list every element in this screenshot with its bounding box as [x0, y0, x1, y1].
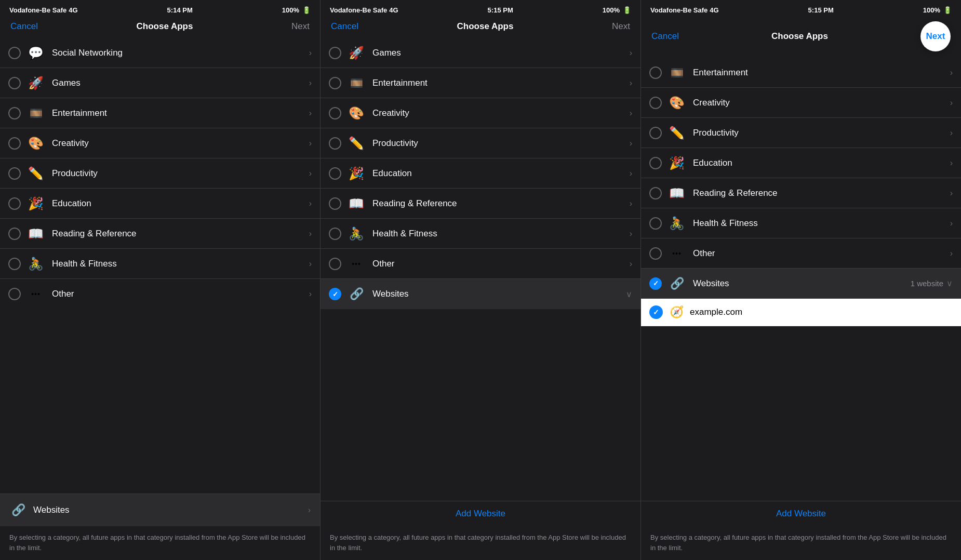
- list-item-other-3[interactable]: ••• Other ›: [641, 238, 961, 269]
- icon-entertainment-3: 🎞️: [668, 64, 686, 82]
- list-item-websites-3[interactable]: 🔗 Websites 1 website ∨: [641, 269, 961, 299]
- nav-title-2: Choose Apps: [457, 21, 514, 32]
- icon-other: •••: [27, 285, 45, 303]
- radio-reading: [8, 228, 21, 240]
- list-item-reading-3[interactable]: 📖 Reading & Reference ›: [641, 178, 961, 208]
- status-left-1: Vodafone-Be Safe 4G: [9, 6, 78, 14]
- footer-3: By selecting a category, all future apps…: [641, 526, 961, 560]
- list-item-productivity[interactable]: ✏️ Productivity ›: [0, 158, 320, 189]
- icon-education-2: 🎉: [348, 165, 365, 182]
- list-item-education-2[interactable]: 🎉 Education ›: [321, 158, 640, 189]
- radio-other: [8, 288, 21, 300]
- radio-health-2: [329, 228, 341, 240]
- chevron-other-3: ›: [950, 249, 953, 258]
- list-item-other-2[interactable]: ••• Other ›: [321, 249, 640, 279]
- list-item-creativity[interactable]: 🎨 Creativity ›: [0, 128, 320, 158]
- list-item-entertainment-2[interactable]: 🎞️ Entertainment ›: [321, 68, 640, 98]
- nav-bar-3: Cancel Choose Apps Next: [641, 17, 961, 58]
- radio-example-com: [649, 305, 663, 319]
- chevron-health: ›: [309, 259, 312, 269]
- sub-item-website-3[interactable]: 🧭 example.com: [641, 299, 961, 326]
- add-website-button-2[interactable]: Add Website: [321, 501, 640, 526]
- list-item-reading[interactable]: 📖 Reading & Reference ›: [0, 219, 320, 249]
- list-item-health[interactable]: 🚴 Health & Fitness ›: [0, 249, 320, 279]
- battery-icon-2: 🔋: [623, 6, 631, 14]
- chevron-creativity-3: ›: [950, 98, 953, 108]
- label-reading-2: Reading & Reference: [372, 198, 630, 209]
- icon-websites-1: 🔗: [9, 501, 27, 519]
- radio-productivity-2: [329, 137, 341, 150]
- list-item-other[interactable]: ••• Other ›: [0, 279, 320, 309]
- icon-productivity: ✏️: [27, 165, 45, 182]
- list-item-education-3[interactable]: 🎉 Education ›: [641, 148, 961, 178]
- chevron-down-websites-3: ∨: [946, 278, 953, 288]
- radio-productivity-3: [649, 127, 662, 139]
- label-health-3: Health & Fitness: [693, 218, 950, 229]
- list-item-creativity-2[interactable]: 🎨 Creativity ›: [321, 98, 640, 128]
- icon-games-2: 🚀: [348, 44, 365, 62]
- websites-bar-1[interactable]: 🔗 Websites ›: [0, 494, 320, 526]
- icon-other-2: •••: [348, 255, 365, 273]
- list-item-health-3[interactable]: 🚴 Health & Fitness ›: [641, 208, 961, 238]
- chevron-productivity-3: ›: [950, 128, 953, 138]
- cancel-button-3[interactable]: Cancel: [651, 31, 679, 42]
- next-button-1[interactable]: Next: [291, 21, 310, 32]
- radio-games: [8, 77, 21, 89]
- list-item-productivity-3[interactable]: ✏️ Productivity ›: [641, 118, 961, 148]
- chevron-creativity: ›: [309, 139, 312, 148]
- label-other: Other: [52, 289, 309, 299]
- time-2: 5:15 PM: [488, 6, 513, 14]
- list-item-entertainment[interactable]: 🎞️ Entertainment ›: [0, 98, 320, 128]
- list-item-websites-2[interactable]: 🔗 Websites ∨: [321, 279, 640, 309]
- label-entertainment-2: Entertainment: [372, 78, 630, 88]
- label-health-2: Health & Fitness: [372, 229, 630, 239]
- list-item-creativity-3[interactable]: 🎨 Creativity ›: [641, 88, 961, 118]
- radio-reading-3: [649, 187, 662, 199]
- icon-entertainment: 🎞️: [27, 104, 45, 122]
- label-productivity: Productivity: [52, 168, 309, 179]
- radio-creativity: [8, 137, 21, 150]
- label-games: Games: [52, 78, 309, 88]
- label-example-com: example.com: [690, 307, 742, 317]
- list-item-social-networking[interactable]: 💬 Social Networking ›: [0, 38, 320, 68]
- list-item-games[interactable]: 🚀 Games ›: [0, 68, 320, 98]
- time-1: 5:14 PM: [167, 6, 193, 14]
- label-creativity-2: Creativity: [372, 108, 630, 118]
- icon-reading: 📖: [27, 225, 45, 243]
- cancel-button-2[interactable]: Cancel: [331, 21, 358, 32]
- battery-1: 100%: [282, 6, 299, 14]
- status-bar-3: Vodafone-Be Safe 4G 5:15 PM 100% 🔋: [641, 0, 961, 17]
- label-websites-1: Websites: [33, 505, 308, 515]
- carrier-3: Vodafone-Be Safe: [650, 6, 708, 14]
- next-button-2[interactable]: Next: [612, 21, 630, 32]
- list-item-entertainment-3[interactable]: 🎞️ Entertainment ›: [641, 58, 961, 88]
- list-item-education[interactable]: 🎉 Education ›: [0, 189, 320, 219]
- icon-productivity-3: ✏️: [668, 124, 686, 142]
- radio-health-3: [649, 217, 662, 230]
- phone-panel-3: Vodafone-Be Safe 4G 5:15 PM 100% 🔋 Cance…: [641, 0, 961, 560]
- radio-social-networking: [8, 47, 21, 59]
- label-games-2: Games: [372, 48, 630, 58]
- add-website-button-3[interactable]: Add Website: [641, 501, 961, 526]
- chevron-reading: ›: [309, 229, 312, 238]
- label-reading-3: Reading & Reference: [693, 188, 950, 198]
- label-creativity-3: Creativity: [693, 98, 950, 108]
- chevron-entertainment-2: ›: [630, 78, 632, 88]
- label-productivity-3: Productivity: [693, 128, 950, 138]
- list-item-health-2[interactable]: 🚴 Health & Fitness ›: [321, 219, 640, 249]
- radio-health: [8, 258, 21, 270]
- icon-social-networking: 💬: [27, 44, 45, 62]
- next-circle-button-3[interactable]: Next: [920, 21, 951, 51]
- chevron-other: ›: [309, 289, 312, 299]
- list-item-reading-2[interactable]: 📖 Reading & Reference ›: [321, 189, 640, 219]
- cancel-button-1[interactable]: Cancel: [10, 21, 38, 32]
- icon-creativity-2: 🎨: [348, 104, 365, 122]
- label-entertainment: Entertainment: [52, 108, 309, 118]
- chevron-down-websites-2: ∨: [626, 289, 632, 299]
- list-item-productivity-2[interactable]: ✏️ Productivity ›: [321, 128, 640, 158]
- carrier-2: Vodafone-Be Safe: [330, 6, 387, 14]
- list-item-games-2[interactable]: 🚀 Games ›: [321, 38, 640, 68]
- icon-games: 🚀: [27, 74, 45, 92]
- chevron-productivity: ›: [309, 169, 312, 178]
- label-other-2: Other: [372, 259, 630, 269]
